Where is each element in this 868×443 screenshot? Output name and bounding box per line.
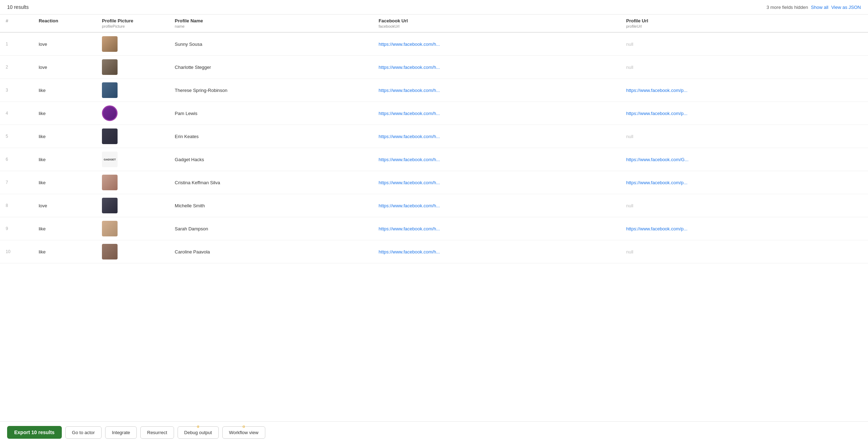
- profile-picture-image: [102, 198, 118, 213]
- cell-row-num: 8: [0, 194, 33, 217]
- resurrect-button[interactable]: Resurrect: [140, 426, 174, 439]
- facebook-url-link[interactable]: https://www.facebook.com/h...: [379, 180, 440, 185]
- facebook-url-link[interactable]: https://www.facebook.com/h...: [379, 134, 440, 139]
- facebook-url-link[interactable]: https://www.facebook.com/h...: [379, 203, 440, 208]
- cell-profile-name: Therese Spring-Robinson: [169, 79, 373, 102]
- cell-profile-url: null: [620, 194, 868, 217]
- null-value: null: [626, 249, 633, 255]
- profile-picture-image: [102, 175, 118, 190]
- cell-reaction: like: [33, 217, 96, 240]
- cell-profile-url: https://www.facebook.com/p...: [620, 102, 868, 125]
- cell-reaction: like: [33, 240, 96, 263]
- cell-profile-name: Sunny Sousa: [169, 32, 373, 56]
- cell-profile-url: null: [620, 125, 868, 148]
- cell-row-num: 5: [0, 125, 33, 148]
- table-row: 7likeCristina Keffman Silvahttps://www.f…: [0, 171, 868, 194]
- facebook-url-link[interactable]: https://www.facebook.com/h...: [379, 249, 440, 255]
- cell-profile-picture: [96, 79, 169, 102]
- cell-facebook-url: https://www.facebook.com/h...: [373, 217, 620, 240]
- table-row: 1loveSunny Sousahttps://www.facebook.com…: [0, 32, 868, 56]
- workflow-view-wrapper: α Workflow view: [222, 426, 265, 439]
- debug-output-wrapper: α Debug output: [178, 426, 219, 439]
- cell-row-num: 9: [0, 217, 33, 240]
- cell-profile-url: null: [620, 240, 868, 263]
- cell-profile-name: Michelle Smith: [169, 194, 373, 217]
- bottom-bar: Export 10 results Go to actor Integrate …: [0, 421, 868, 443]
- profile-picture-image: [102, 82, 118, 98]
- cell-reaction: love: [33, 32, 96, 56]
- top-bar: 10 results 3 more fields hidden Show all…: [0, 0, 868, 15]
- cell-facebook-url: https://www.facebook.com/h...: [373, 56, 620, 79]
- cell-profile-picture: [96, 102, 169, 125]
- cell-profile-picture: [96, 32, 169, 56]
- profile-picture-image: [102, 36, 118, 52]
- cell-profile-name: Gadget Hacks: [169, 148, 373, 171]
- top-bar-right: 3 more fields hidden Show all View as JS…: [766, 5, 861, 10]
- cell-profile-picture: [96, 125, 169, 148]
- cell-profile-url: null: [620, 32, 868, 56]
- table-header-row: # Reaction Profile Picture profilePictur…: [0, 15, 868, 32]
- export-button[interactable]: Export 10 results: [7, 426, 62, 439]
- cell-reaction: like: [33, 148, 96, 171]
- profile-picture-image: [102, 221, 118, 236]
- show-all-link[interactable]: Show all: [811, 5, 828, 10]
- cell-facebook-url: https://www.facebook.com/h...: [373, 125, 620, 148]
- facebook-url-link[interactable]: https://www.facebook.com/h...: [379, 42, 440, 47]
- cell-profile-picture: [96, 171, 169, 194]
- col-header-profile-picture: Profile Picture profilePicture: [96, 15, 169, 32]
- results-table: # Reaction Profile Picture profilePictur…: [0, 15, 868, 263]
- profile-url-link[interactable]: https://www.facebook.com/p...: [626, 226, 688, 231]
- cell-profile-name: Pam Lewis: [169, 102, 373, 125]
- results-count: 10 results: [7, 4, 29, 10]
- profile-url-link[interactable]: https://www.facebook.com/p...: [626, 111, 688, 116]
- cell-profile-picture: [96, 240, 169, 263]
- cell-row-num: 3: [0, 79, 33, 102]
- profile-picture-image: [102, 105, 118, 121]
- profile-url-link[interactable]: https://www.facebook.com/p...: [626, 88, 688, 93]
- profile-url-link[interactable]: https://www.facebook.com/p...: [626, 180, 688, 185]
- cell-facebook-url: https://www.facebook.com/h...: [373, 79, 620, 102]
- profile-picture-image: [102, 59, 118, 75]
- cell-row-num: 7: [0, 171, 33, 194]
- cell-profile-name: Erin Keates: [169, 125, 373, 148]
- cell-facebook-url: https://www.facebook.com/h...: [373, 102, 620, 125]
- profile-url-link[interactable]: https://www.facebook.com/G...: [626, 157, 689, 162]
- cell-row-num: 10: [0, 240, 33, 263]
- profile-picture-image: GADGET: [102, 152, 118, 167]
- cell-profile-picture: GADGET: [96, 148, 169, 171]
- results-table-wrapper: # Reaction Profile Picture profilePictur…: [0, 15, 868, 263]
- cell-profile-picture: [96, 217, 169, 240]
- cell-profile-picture: [96, 56, 169, 79]
- cell-facebook-url: https://www.facebook.com/h...: [373, 171, 620, 194]
- null-value: null: [626, 134, 633, 139]
- view-as-json-link[interactable]: View as JSON: [831, 5, 861, 10]
- integrate-button[interactable]: Integrate: [105, 426, 137, 439]
- cell-facebook-url: https://www.facebook.com/h...: [373, 240, 620, 263]
- cell-row-num: 2: [0, 56, 33, 79]
- col-header-profile-name: Profile Name name: [169, 15, 373, 32]
- profile-picture-image: [102, 128, 118, 144]
- facebook-url-link[interactable]: https://www.facebook.com/h...: [379, 157, 440, 162]
- main-content: 10 results 3 more fields hidden Show all…: [0, 0, 868, 421]
- facebook-url-link[interactable]: https://www.facebook.com/h...: [379, 111, 440, 116]
- cell-reaction: like: [33, 125, 96, 148]
- col-header-profile-url: Profile Url profileUrl: [620, 15, 868, 32]
- null-value: null: [626, 65, 633, 70]
- table-row: 4likePam Lewishttps://www.facebook.com/h…: [0, 102, 868, 125]
- cell-reaction: love: [33, 194, 96, 217]
- cell-facebook-url: https://www.facebook.com/h...: [373, 148, 620, 171]
- go-to-actor-button[interactable]: Go to actor: [65, 426, 102, 439]
- cell-reaction: like: [33, 102, 96, 125]
- cell-reaction: love: [33, 56, 96, 79]
- facebook-url-link[interactable]: https://www.facebook.com/h...: [379, 65, 440, 70]
- facebook-url-link[interactable]: https://www.facebook.com/h...: [379, 88, 440, 93]
- cell-profile-url: https://www.facebook.com/p...: [620, 171, 868, 194]
- cell-profile-name: Charlotte Stegger: [169, 56, 373, 79]
- cell-row-num: 1: [0, 32, 33, 56]
- null-value: null: [626, 42, 633, 47]
- profile-picture-image: [102, 244, 118, 259]
- facebook-url-link[interactable]: https://www.facebook.com/h...: [379, 226, 440, 231]
- cell-profile-url: https://www.facebook.com/p...: [620, 217, 868, 240]
- cell-reaction: like: [33, 79, 96, 102]
- cell-profile-name: Caroline Paavola: [169, 240, 373, 263]
